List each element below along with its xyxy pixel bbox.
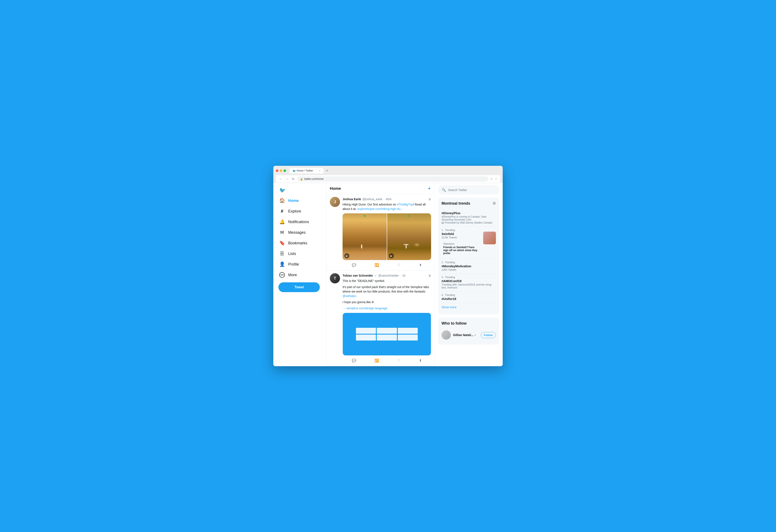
tweet-link-explore[interactable]: explorehuper.com/hiking-high-du... — [357, 207, 403, 211]
tweet-hashtag-bigtrip[interactable]: #TheBigTrip — [397, 203, 413, 206]
tab-bar: 🐦 Home / Twitter × + — [289, 168, 330, 174]
tweet-content-2: Tobias van Schneider ✓ @vanschneider · 1… — [343, 273, 431, 363]
bookmark-star-button[interactable]: ☆ — [490, 177, 493, 181]
trend-item-seinfeld[interactable]: 1 · Trending Seinfeld 10.9K Tweets Telev… — [441, 227, 496, 259]
feed-header: Home ✦ — [327, 183, 434, 194]
tab-title: Home / Twitter — [297, 169, 313, 172]
back-button[interactable]: ← — [278, 177, 283, 181]
person-figure-left — [361, 245, 362, 248]
right-sidebar: 🔍 Search Twitter Montreal trends ⚙ #Disn… — [435, 183, 503, 366]
sidebar-item-notifications-label: Notifications — [288, 220, 309, 224]
tweet-content-1: Joshua Earle @joshua_earle · 45m ∨ Hikin… — [343, 197, 431, 268]
tweet-author-info-2: Tobias van Schneider ✓ @vanschneider · 1… — [343, 274, 406, 277]
follow-button-1[interactable]: Follow — [481, 332, 496, 338]
sidebar-item-more-label: More — [288, 273, 297, 277]
trends-header: Montreal trends ⚙ — [441, 201, 496, 206]
card-category: Television — [443, 242, 480, 245]
sidebar-item-profile[interactable]: 👤 Profile — [277, 259, 323, 269]
trend-name-unifor: #Unifor19 — [441, 297, 496, 301]
trend-item-unifor[interactable]: 4 · Trending #Unifor19 — [441, 291, 496, 303]
tweet-name-2: Tobias van Schneider — [343, 274, 373, 277]
browser-chrome: 🐦 Home / Twitter × + ← → ↻ 🔒 twitter.com… — [273, 166, 503, 183]
sand-splash — [414, 243, 420, 247]
follow-avatar-1 — [441, 330, 451, 340]
retweet-icon-2: 🔁 — [375, 358, 379, 362]
trend-rank-seinfeld: 1 · Trending — [441, 229, 496, 232]
trend-seinfeld-row: Seinfeld 10.9K Tweets Television Friends… — [441, 232, 496, 256]
trend-item-amoconf[interactable]: 3 · Trending #AMOConf19 Trending with: #… — [441, 274, 496, 291]
like-button-2[interactable]: ♡ — [396, 358, 402, 363]
tweet-header-2: Tobias van Schneider ✓ @vanschneider · 1… — [343, 273, 431, 278]
twitter-logo[interactable]: 🐦 — [277, 185, 323, 195]
play-button-right[interactable]: ▶ — [389, 253, 394, 258]
trend-item-mondaymotivation[interactable]: 2 · Trending #MondayMotivation 125K Twee… — [441, 259, 496, 274]
minimize-traffic-light[interactable] — [280, 170, 282, 172]
notifications-icon: 🔔 — [279, 219, 285, 225]
tweet-more-button-1[interactable]: ∨ — [428, 197, 431, 202]
show-more-trends[interactable]: Show more — [441, 303, 496, 311]
tweet-mention-webalys[interactable]: @webalys — [343, 294, 356, 298]
reply-button-1[interactable]: 💬 — [350, 262, 358, 268]
tab-favicon: 🐦 — [293, 169, 296, 172]
tweet-link-card[interactable] — [343, 313, 431, 355]
sidebar-item-messages-label: Messages — [288, 230, 306, 235]
browser-menu-button[interactable]: ⋮ — [495, 177, 498, 181]
sidebar-item-more[interactable]: ••• More — [277, 270, 323, 280]
follow-item-1: Gillian Natali... ✓ Follow — [441, 329, 496, 341]
refresh-button[interactable]: ↻ — [291, 177, 296, 181]
tweet-avatar-2[interactable]: T — [330, 273, 340, 283]
sidebar-item-lists-label: Lists — [288, 252, 296, 256]
heart-icon-2: ♡ — [398, 358, 401, 362]
tweet-more-button-2[interactable]: ∨ — [428, 273, 431, 278]
trends-settings-icon[interactable]: ⚙ — [493, 201, 496, 206]
tweet-image-left: ▶ — [343, 213, 387, 260]
address-bar-url: twitter.com/home — [304, 178, 324, 181]
browser-tab-active[interactable]: 🐦 Home / Twitter × — [289, 168, 324, 174]
card-text: Friends or Seinfeld? Fans sign off on wh… — [443, 246, 480, 255]
sidebar-item-messages[interactable]: ✉ Messages — [277, 228, 323, 237]
browser-controls-row: 🐦 Home / Twitter × + — [276, 168, 500, 174]
browser-addressbar-row: ← → ↻ 🔒 twitter.com/home ☆ ⋮ — [276, 175, 500, 183]
trend-item-disneyplus[interactable]: #DisneyPlus #DisneyPlus is coming to Can… — [441, 209, 496, 227]
search-box[interactable]: 🔍 Search Twitter — [438, 186, 499, 194]
share-icon-2: ⬆ — [419, 358, 422, 362]
address-bar[interactable]: 🔒 twitter.com/home — [297, 177, 489, 182]
verified-badge-2: ✓ — [374, 274, 377, 277]
tweet-handle-2: @vanschneider — [378, 274, 399, 277]
search-placeholder: Search Twitter — [448, 188, 467, 192]
tweet-button[interactable]: Tweet — [278, 282, 320, 292]
feed-title: Home — [330, 186, 341, 191]
trend-promoted-disneyplus: ▤ Promoted by Walt Disney Studios Canada — [441, 221, 496, 224]
retweet-button-1[interactable]: 🔁 — [373, 262, 381, 268]
new-tab-button[interactable]: + — [324, 168, 330, 174]
maximize-traffic-light[interactable] — [283, 170, 286, 172]
share-button-1[interactable]: ⬆ — [417, 262, 423, 268]
sidebar-item-bookmarks[interactable]: 🔖 Bookmarks — [277, 238, 323, 248]
forward-button[interactable]: → — [285, 177, 289, 181]
sidebar-item-home[interactable]: 🏠 Home — [277, 196, 323, 206]
tweet-avatar-1[interactable]: J — [330, 197, 340, 207]
twitter-app: 🐦 🏠 Home # Explore 🔔 Notifications ✉ Mes… — [273, 183, 503, 366]
sidebar-item-explore[interactable]: # Explore — [277, 206, 323, 216]
tweet-time-1: 45m — [386, 198, 391, 201]
play-button-left[interactable]: ▶ — [344, 253, 349, 258]
follow-name-1: Gillian Natali... ✓ — [453, 333, 479, 337]
retweet-button-2[interactable]: 🔁 — [373, 358, 381, 363]
traffic-lights — [276, 170, 286, 172]
home-icon: 🏠 — [279, 198, 285, 203]
tweet-header-1: Joshua Earle @joshua_earle · 45m ∨ — [343, 197, 431, 202]
sparkle-icon[interactable]: ✦ — [427, 186, 431, 191]
reply-icon-2: 💬 — [352, 358, 356, 362]
tab-close-button[interactable]: × — [319, 170, 321, 172]
sidebar-item-notifications[interactable]: 🔔 Notifications — [277, 217, 323, 227]
link-card-grid — [352, 323, 422, 345]
share-button-2[interactable]: ⬆ — [417, 358, 423, 363]
like-button-1[interactable]: ♡ — [396, 262, 402, 268]
tweet-link-semplice[interactable]: → semplice.com/design-language — [343, 306, 387, 310]
sidebar-item-lists[interactable]: ☰ Lists — [277, 249, 323, 259]
who-to-follow-title: Who to follow — [441, 321, 496, 326]
trend-rank-monday: 2 · Trending — [441, 261, 496, 264]
close-traffic-light[interactable] — [276, 170, 278, 172]
reply-button-2[interactable]: 💬 — [350, 358, 358, 363]
sidebar-item-explore-label: Explore — [288, 209, 301, 214]
